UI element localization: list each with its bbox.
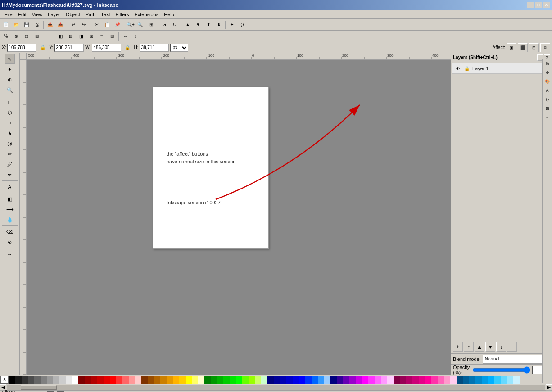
menu-layer[interactable]: Layer (45, 11, 63, 18)
palette-color-cell[interactable] (368, 376, 375, 384)
affect-special-btn[interactable]: ⧈ (540, 43, 550, 52)
palette-color-cell[interactable] (267, 376, 274, 384)
align-bottom[interactable]: ⊟ (107, 32, 117, 41)
table-far-btn[interactable]: ⊞ (543, 104, 552, 113)
zoom-fit-button[interactable]: ⊞ (146, 20, 156, 30)
node-editor-button[interactable]: ✦ (227, 20, 237, 30)
palette-color-cell[interactable] (104, 376, 110, 384)
align-center-h[interactable]: ⊟ (66, 32, 76, 41)
export-button[interactable]: 📤 (55, 20, 65, 30)
redo-button[interactable]: ↪ (79, 20, 89, 30)
maximize-button[interactable]: □ (535, 2, 542, 8)
snap-align[interactable]: ⊞ (32, 32, 42, 41)
spray-tool[interactable]: ⊙ (5, 237, 15, 247)
snap-toggle[interactable]: % (1, 32, 11, 41)
menu-file[interactable]: File (2, 11, 15, 18)
palette-color-cell[interactable] (431, 376, 438, 384)
lower-bottom-button[interactable]: ⬇ (214, 20, 224, 30)
palette-color-cell[interactable] (167, 376, 173, 384)
palette-color-cell[interactable] (406, 376, 412, 384)
layer-up-btn[interactable]: ▲ (475, 342, 484, 352)
palette-color-cell[interactable] (412, 376, 419, 384)
scroll-right-btn[interactable]: ▶ (546, 384, 552, 391)
eraser-tool[interactable]: ⌫ (5, 227, 15, 237)
canvas-area[interactable]: the "affect" buttons have normal size in… (20, 53, 451, 375)
zoom-out-button[interactable]: 🔍- (136, 20, 146, 30)
menu-edit[interactable]: Edit (15, 11, 29, 18)
raise-layer-btn[interactable]: ↑ (464, 342, 474, 352)
connector-tool[interactable]: ⟶ (5, 204, 15, 214)
palette-color-cell[interactable] (261, 376, 267, 384)
snap-far-btn[interactable]: % (543, 59, 552, 68)
palette-color-cell[interactable] (154, 376, 160, 384)
palette-color-cell[interactable] (22, 376, 28, 384)
snap-grid[interactable]: ⋮⋮ (42, 32, 52, 41)
palette-color-cell[interactable] (242, 376, 249, 384)
palette-color-cell[interactable] (53, 376, 59, 384)
align-top[interactable]: ⊞ (86, 32, 96, 41)
scroll-thumb[interactable] (21, 385, 57, 390)
layer-lock-icon[interactable]: 🔒 (463, 65, 471, 72)
snap-bbox[interactable]: □ (22, 32, 32, 41)
minimize-button[interactable]: ─ (527, 2, 534, 8)
scroll-track[interactable] (7, 385, 545, 390)
unit-select[interactable]: pxmmcmin (170, 44, 188, 52)
palette-color-cell[interactable] (217, 376, 223, 384)
palette-color-cell[interactable] (475, 376, 482, 384)
flip-v[interactable]: ↕ (131, 32, 140, 41)
spiral-tool[interactable]: @ (5, 139, 15, 149)
palette-color-cell[interactable] (337, 376, 343, 384)
ungroup-button[interactable]: U (170, 20, 180, 30)
palette-color-cell[interactable] (375, 376, 381, 384)
h-input[interactable] (140, 44, 169, 52)
palette-color-cell[interactable] (173, 376, 179, 384)
blend-mode-select[interactable]: Normal Multiply Screen Overlay (483, 355, 550, 364)
palette-color-cell[interactable] (494, 376, 501, 384)
palette-color-cell[interactable] (387, 376, 394, 384)
pen-tool[interactable]: 🖊 (5, 159, 15, 169)
open-button[interactable]: 📂 (11, 20, 21, 30)
palette-color-cell[interactable] (305, 376, 312, 384)
palette-color-cell[interactable] (488, 376, 494, 384)
cut-button[interactable]: ✂ (92, 20, 102, 30)
lower-layer-btn[interactable]: ↓ (496, 342, 506, 352)
palette-color-cell[interactable] (223, 376, 230, 384)
palette-color-cell[interactable] (438, 376, 444, 384)
menu-filters[interactable]: Filters (113, 11, 132, 18)
rect-tool[interactable]: □ (5, 97, 15, 107)
group-button[interactable]: G (159, 20, 169, 30)
node-tool[interactable]: ✦ (5, 64, 15, 74)
print-button[interactable]: 🖨 (32, 20, 42, 30)
palette-color-cell[interactable] (457, 376, 463, 384)
affect-vis-btn[interactable]: ⬛ (518, 43, 528, 52)
palette-color-cell[interactable] (318, 376, 324, 384)
list-far-btn[interactable]: ≡ (543, 113, 552, 122)
new-button[interactable]: 📄 (1, 20, 11, 30)
select-tool[interactable]: ↖ (5, 54, 15, 64)
palette-color-cell[interactable] (293, 376, 299, 384)
snap-nodes[interactable]: ⊕ (11, 32, 21, 41)
affect-both-btn[interactable]: ⊞ (529, 43, 539, 52)
palette-color-cell[interactable] (312, 376, 318, 384)
copy-button[interactable]: 📋 (102, 20, 112, 30)
transform-tool[interactable]: ↔ (5, 249, 15, 259)
lock-x-button[interactable]: 🔒 (38, 43, 48, 53)
circle-tool[interactable]: ○ (5, 118, 15, 128)
palette-color-cell[interactable] (135, 376, 141, 384)
text-tool[interactable]: A (5, 182, 15, 192)
palette-color-cell[interactable] (204, 376, 211, 384)
align-center-v[interactable]: ≡ (97, 32, 107, 41)
palette-color-cell[interactable] (444, 376, 450, 384)
gradient-tool[interactable]: ◧ (5, 194, 15, 204)
palette-color-cell[interactable] (116, 376, 122, 384)
palette-color-cell[interactable] (41, 376, 47, 384)
layer-visible-icon[interactable]: 👁 (454, 65, 462, 72)
horizontal-scrollbar[interactable]: ◀ ▶ (0, 384, 552, 390)
x-input[interactable] (7, 44, 36, 52)
xml-editor-button[interactable]: ⟨⟩ (237, 20, 247, 30)
palette-color-cell[interactable] (129, 376, 135, 384)
star-tool[interactable]: ★ (5, 128, 15, 138)
palette-color-cell[interactable] (59, 376, 66, 384)
import-button[interactable]: 📥 (45, 20, 55, 30)
palette-color-cell[interactable] (160, 376, 167, 384)
